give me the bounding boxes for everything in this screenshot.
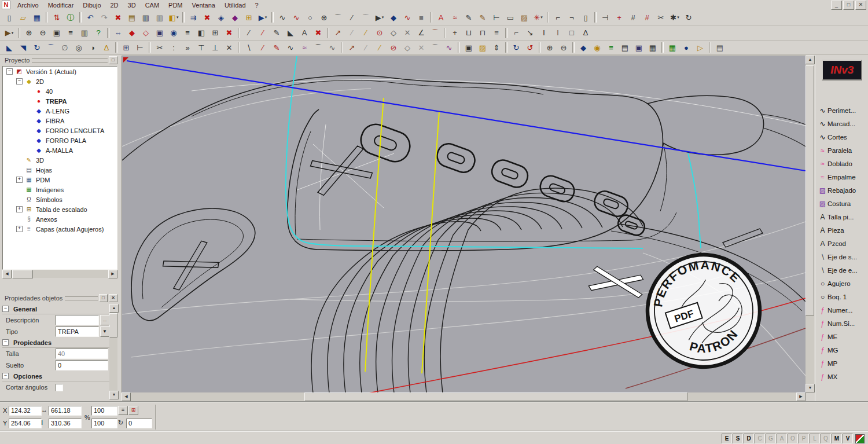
- polyline-icon[interactable]: ⌒: [359, 11, 373, 24]
- updown-icon[interactable]: ⇕: [490, 41, 503, 54]
- ibeam-icon[interactable]: Ⅰ: [551, 26, 565, 39]
- cells-icon[interactable]: ▦: [646, 41, 660, 54]
- curve-red-icon[interactable]: ∕: [256, 41, 270, 54]
- arc2-icon[interactable]: ⌒: [428, 26, 442, 39]
- tool-doblado[interactable]: ≈Doblado: [818, 157, 868, 170]
- wave5-icon[interactable]: ∿: [442, 41, 456, 54]
- round-icon[interactable]: ◎: [72, 41, 86, 54]
- reset-icon[interactable]: ↻: [682, 11, 696, 24]
- collapse-icon[interactable]: −: [16, 78, 23, 85]
- mode-letter-e[interactable]: E: [722, 434, 732, 443]
- dropdown-arrow-icon[interactable]: ▾: [677, 15, 679, 20]
- scroll-left-icon[interactable]: ◀: [122, 392, 131, 401]
- segment-icon[interactable]: ⌒: [311, 41, 325, 54]
- mode-letter-p[interactable]: P: [799, 434, 809, 443]
- wave2-icon[interactable]: ≈: [448, 11, 462, 24]
- dim-add-icon[interactable]: +: [612, 11, 626, 24]
- curve-icon[interactable]: ∿: [275, 11, 289, 24]
- dropdown-arrow-icon[interactable]: ▾: [382, 15, 384, 20]
- scissors-icon[interactable]: ✂: [654, 11, 668, 24]
- undo2-icon[interactable]: ↺: [523, 41, 537, 54]
- menu-item-2d[interactable]: 2D: [106, 1, 123, 9]
- close-button[interactable]: ✕: [855, 1, 866, 10]
- notch-icon[interactable]: ◑: [86, 41, 100, 54]
- canvas-vscrollbar[interactable]: ▲ ▼: [806, 56, 814, 392]
- levels-icon[interactable]: ≡: [490, 26, 503, 39]
- ellipsis-button[interactable]: ...: [100, 315, 109, 325]
- report-icon[interactable]: ▤: [618, 41, 632, 54]
- hbar-icon[interactable]: Ⅰ: [537, 26, 551, 39]
- hatch-icon[interactable]: ▨: [517, 11, 531, 24]
- pen4-icon[interactable]: ✎: [270, 41, 284, 54]
- line2-icon[interactable]: ∕: [359, 41, 373, 54]
- tool-agujero[interactable]: ○Agujero: [818, 277, 868, 290]
- flip-v-icon[interactable]: ◣: [2, 41, 16, 54]
- align-icon[interactable]: ≡: [181, 26, 194, 39]
- rotate-icon[interactable]: ↻: [30, 41, 44, 54]
- new-document-icon[interactable]: ▯: [2, 11, 16, 24]
- gear-icon[interactable]: ✳▾: [531, 11, 545, 24]
- circle-tool-icon[interactable]: ○: [303, 11, 317, 24]
- tool-perimet[interactable]: ∿Perimet...: [818, 104, 868, 117]
- frame-icon[interactable]: ▣: [462, 41, 476, 54]
- fill-color-icon[interactable]: ◧▾: [167, 11, 181, 24]
- x-coordinate-field[interactable]: 124.32: [9, 406, 42, 416]
- mirror-icon[interactable]: ⌒: [44, 41, 58, 54]
- final-icon[interactable]: ▤: [713, 41, 727, 54]
- divide-icon[interactable]: :: [167, 41, 181, 54]
- zoom-out2-icon[interactable]: ⊖: [557, 41, 571, 54]
- spline-icon[interactable]: ∿: [289, 11, 303, 24]
- menu-item-pdm[interactable]: PDM: [164, 1, 187, 9]
- update-icon[interactable]: ⇅: [50, 11, 64, 24]
- scroll-right-icon[interactable]: ▶: [796, 392, 806, 401]
- hatch2-icon[interactable]: ▨: [476, 41, 490, 54]
- dropdown-arrow-icon[interactable]: ▾: [540, 15, 543, 20]
- cross3-icon[interactable]: ✕: [414, 41, 428, 54]
- triangle-icon[interactable]: ◣: [284, 26, 297, 39]
- mode-letter-q[interactable]: Q: [821, 434, 831, 443]
- tool-costura[interactable]: ▨Costura: [818, 197, 868, 210]
- dropdown-arrow-icon[interactable]: ▾: [12, 31, 14, 35]
- menu-item-dibujo[interactable]: Dibujo: [78, 1, 105, 9]
- angle-icon[interactable]: ∠: [414, 26, 428, 39]
- slash-red-icon[interactable]: ∕: [256, 26, 270, 39]
- arc3-icon[interactable]: ⌒: [428, 41, 442, 54]
- curve2-icon[interactable]: ∖: [242, 41, 256, 54]
- slash-icon[interactable]: ∕: [242, 26, 256, 39]
- tree-item-trepa[interactable]: ●TREPA: [3, 96, 117, 106]
- mode-letter-v[interactable]: V: [843, 434, 853, 443]
- properties-panel-restore-button[interactable]: □: [99, 294, 108, 302]
- angle2-icon[interactable]: ∆: [579, 26, 593, 39]
- text-frame-icon[interactable]: A: [297, 26, 311, 39]
- tree-item-ima-genes[interactable]: ▦Imágenes: [3, 185, 117, 195]
- undo-icon[interactable]: ↶: [83, 11, 97, 24]
- numbering-icon[interactable]: #: [626, 11, 640, 24]
- tray-status-icon[interactable]: [855, 434, 865, 443]
- arrow-corner-icon[interactable]: ↘: [523, 26, 537, 39]
- extend-icon[interactable]: ⊥: [208, 41, 222, 54]
- minimize-button[interactable]: _: [831, 1, 842, 10]
- scale-x-field[interactable]: 100: [91, 406, 117, 416]
- tool-numer[interactable]: ƒNumer...: [818, 303, 868, 317]
- arrow2-icon[interactable]: ↗: [345, 41, 359, 54]
- scroll-thumb[interactable]: [12, 270, 33, 278]
- trim-icon[interactable]: ⊤: [194, 41, 208, 54]
- tree-item-fibra[interactable]: ◆FIBRA: [3, 116, 117, 126]
- menu-item-cam[interactable]: CAM: [141, 1, 164, 9]
- mode-letter-g[interactable]: G: [766, 434, 776, 443]
- collapse-icon[interactable]: −: [6, 68, 13, 75]
- open-file-icon[interactable]: ▱: [16, 11, 30, 24]
- diamond-outline-icon[interactable]: ◇: [139, 26, 153, 39]
- pointer2-icon[interactable]: ▶▾: [2, 26, 16, 39]
- pointer-icon[interactable]: ▶▾: [256, 11, 270, 24]
- canvas-hscrollbar[interactable]: ◀ ▶: [122, 392, 806, 401]
- zoom-in-icon[interactable]: ⊕: [22, 26, 36, 39]
- export2-icon[interactable]: ▷: [693, 41, 707, 54]
- mode-letter-d[interactable]: D: [744, 434, 754, 443]
- segment2-icon[interactable]: ∿: [325, 41, 339, 54]
- star-icon[interactable]: ✱▾: [668, 11, 682, 24]
- dropdown-arrow-icon[interactable]: ▾: [176, 15, 179, 20]
- break-icon[interactable]: ✕: [222, 41, 236, 54]
- tool-me[interactable]: ƒME: [818, 330, 868, 343]
- mode-letter-a[interactable]: A: [777, 434, 787, 443]
